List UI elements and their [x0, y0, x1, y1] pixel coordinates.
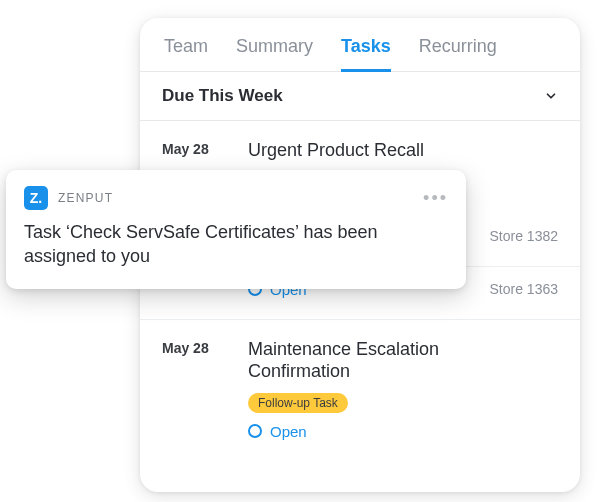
- tab-recurring[interactable]: Recurring: [419, 36, 497, 71]
- task-row[interactable]: May 28 Maintenance Escalation Confirmati…: [140, 320, 580, 460]
- tabs-bar: Team Summary Tasks Recurring: [140, 18, 580, 72]
- status-label: Open: [270, 423, 307, 440]
- tab-team[interactable]: Team: [164, 36, 208, 71]
- chevron-down-icon[interactable]: [544, 89, 558, 103]
- followup-badge: Follow-up Task: [248, 393, 348, 413]
- task-title: Urgent Product Recall: [248, 139, 478, 162]
- zenput-logo-icon: Z.: [24, 186, 48, 210]
- notification-app: Z. ZENPUT: [24, 186, 113, 210]
- tab-tasks[interactable]: Tasks: [341, 36, 391, 71]
- task-title: Maintenance Escalation Confirmation: [248, 338, 546, 383]
- circle-icon: [248, 424, 262, 438]
- section-header: Due This Week: [140, 72, 580, 121]
- task-store: Store 1382: [490, 228, 559, 246]
- task-store: Store 1363: [490, 281, 559, 299]
- more-icon[interactable]: •••: [423, 195, 448, 201]
- task-main: Maintenance Escalation Confirmation Foll…: [248, 338, 546, 440]
- task-date: May 28: [162, 338, 236, 440]
- tab-summary[interactable]: Summary: [236, 36, 313, 71]
- notification-app-name: ZENPUT: [58, 191, 113, 205]
- notification-header: Z. ZENPUT •••: [24, 186, 448, 210]
- section-title: Due This Week: [162, 86, 283, 106]
- notification-message: Task ‘Check ServSafe Certificates’ has b…: [24, 220, 448, 269]
- task-status-open[interactable]: Open: [248, 423, 546, 440]
- notification-card[interactable]: Z. ZENPUT ••• Task ‘Check ServSafe Certi…: [6, 170, 466, 289]
